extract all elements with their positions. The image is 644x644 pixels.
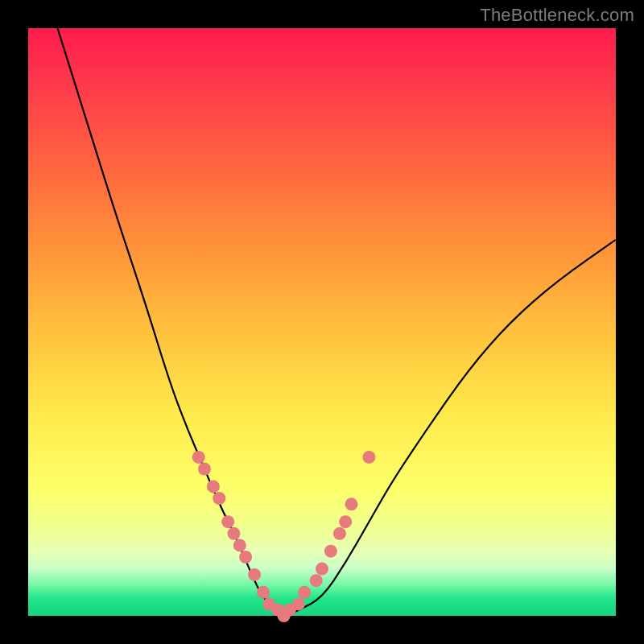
highlight-dot: [192, 451, 205, 464]
highlight-dot: [362, 451, 375, 464]
highlight-dot: [248, 568, 261, 581]
highlight-dot: [345, 497, 358, 510]
highlight-dot: [213, 492, 225, 505]
highlight-dot: [324, 545, 337, 558]
bottleneck-curve: [58, 28, 617, 614]
highlight-dot: [257, 586, 270, 599]
highlight-dot: [221, 515, 234, 528]
highlight-dot: [333, 527, 346, 540]
bottleneck-curve-svg: [28, 28, 616, 616]
highlight-dots-group: [192, 451, 376, 622]
highlight-dot: [298, 586, 311, 599]
highlight-dot: [198, 463, 211, 476]
plot-area: [28, 28, 616, 616]
highlight-dot: [228, 527, 241, 540]
highlight-dot: [316, 563, 328, 576]
highlight-dot: [239, 551, 252, 564]
highlight-dot: [233, 539, 246, 551]
highlight-dot: [207, 480, 220, 493]
highlight-dot: [310, 574, 323, 587]
chart-frame: TheBottleneck.com: [0, 0, 644, 644]
highlight-dot: [339, 515, 352, 528]
highlight-dot: [292, 597, 305, 610]
watermark-text: TheBottleneck.com: [480, 5, 634, 26]
